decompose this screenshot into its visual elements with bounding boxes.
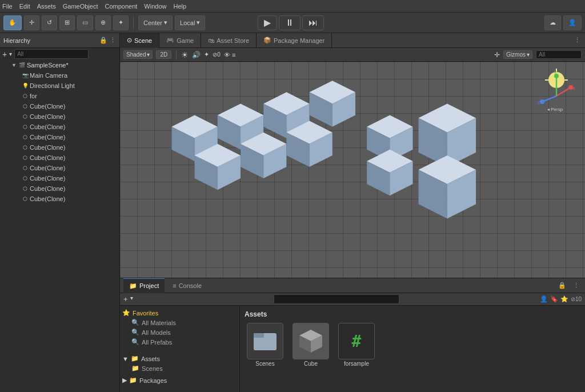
tool-move[interactable]: ✛ — [24, 15, 39, 30]
all-models-item[interactable]: 🔍 All Models — [122, 327, 237, 337]
console-tab-label: Console — [179, 282, 202, 289]
shading-dropdown[interactable]: Shaded ▾ — [123, 50, 153, 59]
hierarchy-add-button[interactable]: + — [2, 50, 7, 59]
tool-scale[interactable]: ⊞ — [59, 15, 75, 30]
hierarchy-lock-icon[interactable]: 🔒 — [99, 37, 107, 44]
cube-icon-1: ⬡ — [21, 112, 30, 121]
pause-button[interactable]: ⏸ — [279, 15, 300, 30]
project-filter-button[interactable]: ▾ — [130, 295, 133, 303]
hierarchy-item-for[interactable]: ⬡ for — [0, 91, 119, 101]
tool-transform[interactable]: ⊕ — [95, 15, 111, 30]
favorites-title[interactable]: ⭐ Favorites — [122, 308, 237, 318]
gizmos-dropdown[interactable]: Gizmos ▾ — [503, 50, 532, 59]
hierarchy-item-cube2[interactable]: ⬡Cube(Clone) — [0, 122, 119, 132]
hierarchy-item-cube7[interactable]: ⬡Cube(Clone) — [0, 173, 119, 183]
tool-rotate[interactable]: ↺ — [42, 15, 57, 30]
menu-window[interactable]: Window — [144, 3, 166, 10]
tool-custom[interactable]: ✦ — [113, 15, 129, 30]
tool-hand[interactable]: ✋ — [3, 15, 22, 30]
maincamera-label: Main Camera — [30, 72, 67, 79]
asset-cube[interactable]: Cube — [290, 323, 331, 367]
all-materials-item[interactable]: 🔍 All Materials — [122, 318, 237, 327]
scene-view[interactable]: x y z ◂ Persp — [120, 62, 585, 278]
fx-toggle[interactable]: ✦ — [204, 51, 209, 58]
project-sidebar: ⭐ Favorites 🔍 All Materials 🔍 All Models — [120, 306, 240, 392]
scenes-folder-item[interactable]: 📁 Scenes — [122, 363, 237, 373]
tab-game[interactable]: 🎮 Game — [159, 33, 201, 48]
tab-project[interactable]: 📁 Project — [123, 278, 165, 293]
scene-toolbar: Shaded ▾ 2D ☀ 🔊 ✦ ⊘0 👁 ≡ ✛ Gizmos ▾ — [120, 48, 585, 62]
account-button[interactable]: 👤 — [563, 15, 582, 30]
all-prefabs-label: All Prefabs — [142, 339, 172, 346]
hierarchy-item-cube9[interactable]: ⬡Cube(Clone) — [0, 194, 119, 204]
menu-edit[interactable]: Edit — [19, 3, 30, 10]
project-icon-3[interactable]: ⭐ — [560, 295, 568, 303]
hierarchy-item-samplescene[interactable]: ▼ 🎬 SampleScene* — [0, 60, 119, 70]
project-add-button[interactable]: + — [123, 295, 128, 303]
scene-view-options[interactable]: ⊘0 — [213, 51, 221, 58]
svg-text:z: z — [538, 99, 540, 105]
tabs-menu-icon[interactable]: ⋮ — [570, 37, 585, 44]
scene-gizmo[interactable]: x y z ◂ Persp — [534, 67, 579, 113]
menu-help[interactable]: Help — [173, 3, 186, 10]
project-search-input[interactable] — [274, 294, 399, 304]
scenes-asset-label: Scenes — [255, 361, 274, 367]
hierarchy-item-cube8[interactable]: ⬡Cube(Clone) — [0, 183, 119, 194]
hierarchy-item-cube0[interactable]: ⬡Cube(Clone) — [0, 101, 119, 111]
search-icon-1: 🔍 — [131, 319, 139, 326]
hierarchy-item-cube1[interactable]: ⬡Cube(Clone) — [0, 111, 119, 122]
hierarchy-item-directionallight[interactable]: 💡 Directional Light — [0, 81, 119, 91]
project-icon-1[interactable]: 👤 — [540, 295, 548, 303]
hierarchy-tree: ▼ 🎬 SampleScene* 📷 Main Camera 💡 Directi… — [0, 60, 119, 392]
menu-component[interactable]: Component — [105, 3, 137, 10]
svg-text:◂ Persp: ◂ Persp — [547, 107, 563, 112]
scenes-label: Scenes — [142, 365, 163, 372]
hierarchy-item-cube5[interactable]: ⬡Cube(Clone) — [0, 153, 119, 163]
scene-tool-1[interactable]: ✛ — [494, 51, 500, 59]
menu-file[interactable]: File — [2, 3, 13, 10]
project-tab-label: Project — [139, 282, 159, 289]
scene-tab-icon: ⊙ — [127, 37, 132, 44]
scene-search-input[interactable] — [536, 50, 582, 59]
assets-folder[interactable]: ▼ 📁 Assets — [122, 354, 237, 363]
2d-button[interactable]: 2D — [156, 50, 171, 59]
project-icon-2[interactable]: 🔖 — [550, 295, 558, 303]
bottom-menu-icon[interactable]: ⋮ — [571, 282, 582, 289]
hierarchy-menu-icon[interactable]: ⋮ — [110, 37, 116, 44]
hierarchy-item-maincamera[interactable]: 📷 Main Camera — [0, 70, 119, 81]
forsample-asset-thumb: # — [338, 323, 375, 359]
menu-assets[interactable]: Assets — [37, 3, 56, 10]
audio-toggle[interactable]: 🔊 — [192, 51, 201, 59]
step-button[interactable]: ⏭ — [302, 15, 324, 30]
bottom-tabs: 📁 Project ≡ Console 🔒 ⋮ — [120, 278, 585, 293]
light-icon: 💡 — [21, 81, 30, 90]
hierarchy-title: Hierarchy — [3, 37, 30, 44]
asset-forsample[interactable]: # forsample — [336, 323, 377, 367]
hierarchy-header: Hierarchy 🔒 ⋮ — [0, 33, 119, 48]
tab-packagemanager[interactable]: 📦 Package Manager — [257, 33, 332, 48]
all-prefabs-item[interactable]: 🔍 All Prefabs — [122, 337, 237, 347]
favorites-label: Favorites — [133, 310, 158, 317]
tool-rect[interactable]: ▭ — [77, 15, 93, 30]
tab-assetstore[interactable]: 🛍 Asset Store — [201, 33, 257, 48]
scene-toolbar-sep — [176, 50, 177, 59]
menu-gameobject[interactable]: GameObject — [63, 3, 98, 10]
play-button[interactable]: ▶ — [258, 15, 277, 30]
hierarchy-item-cube6[interactable]: ⬡Cube(Clone) — [0, 163, 119, 173]
tab-console[interactable]: ≡ Console — [167, 278, 207, 293]
svg-text:y: y — [554, 69, 557, 75]
asset-scenes[interactable]: Scenes — [245, 323, 286, 367]
hidden-objects-btn[interactable]: 👁 ≡ — [224, 51, 235, 58]
hierarchy-item-cube4[interactable]: ⬡Cube(Clone) — [0, 142, 119, 153]
tab-scene[interactable]: ⊙ Scene — [120, 33, 159, 48]
hierarchy-item-cube3[interactable]: ⬡Cube(Clone) — [0, 132, 119, 142]
collab-button[interactable]: ☁ — [544, 15, 561, 30]
bottom-lock-icon[interactable]: 🔒 — [556, 282, 568, 289]
packages-folder[interactable]: ▶ 📁 Packages — [122, 375, 237, 385]
hierarchy-search-input[interactable] — [14, 49, 89, 59]
pivot-btn[interactable]: Center ▾ — [138, 15, 173, 30]
hierarchy-filter-button[interactable]: ▾ — [9, 51, 12, 57]
assets-section: ▼ 📁 Assets 📁 Scenes — [122, 354, 237, 373]
space-btn[interactable]: Local ▾ — [175, 15, 205, 30]
light-toggle[interactable]: ☀ — [181, 50, 189, 59]
